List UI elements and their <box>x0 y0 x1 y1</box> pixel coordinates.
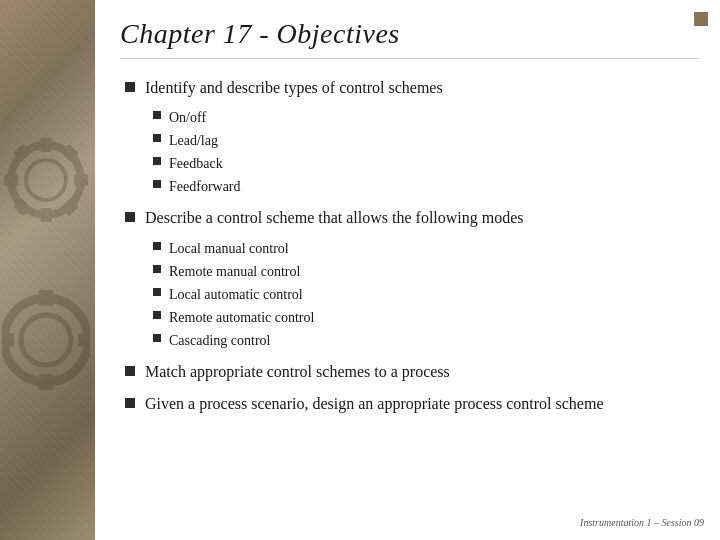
svg-rect-5 <box>74 174 88 186</box>
sub-bullet-2-5: Cascading control <box>153 330 695 351</box>
background-panel <box>0 0 95 540</box>
sub-bullet-2-4-text: Remote automatic control <box>169 307 314 328</box>
sub-bullets-1: On/off Lead/lag Feedback Feedforward <box>153 107 695 197</box>
sub-bullet-2-1: Local manual control <box>153 238 695 259</box>
bullet-square-icon <box>125 366 135 376</box>
sub-bullet-1-4: Feedforward <box>153 176 695 197</box>
sub-bullet-square-icon <box>153 180 161 188</box>
sub-bullet-square-icon <box>153 111 161 119</box>
main-bullet-2-text: Describe a control scheme that allows th… <box>145 207 524 229</box>
sub-bullet-1-3-text: Feedback <box>169 153 223 174</box>
svg-point-10 <box>4 298 88 382</box>
main-bullet-4-text: Given a process scenario, design an appr… <box>145 393 604 415</box>
page-title: Chapter 17 - Objectives <box>120 18 700 59</box>
sub-bullet-2-3: Local automatic control <box>153 284 695 305</box>
svg-point-1 <box>26 160 66 200</box>
sub-bullet-square-icon <box>153 134 161 142</box>
sub-bullet-1-3: Feedback <box>153 153 695 174</box>
main-bullet-3: Match appropriate control schemes to a p… <box>125 361 695 383</box>
svg-rect-13 <box>39 374 53 390</box>
bullet-section-2: Describe a control scheme that allows th… <box>125 207 695 350</box>
sub-bullet-1-2-text: Lead/lag <box>169 130 218 151</box>
main-content: Chapter 17 - Objectives Identify and des… <box>100 0 720 540</box>
footer: Instrumentation 1 – Session 09 <box>580 517 704 528</box>
svg-rect-14 <box>2 333 14 347</box>
main-bullet-3-text: Match appropriate control schemes to a p… <box>145 361 450 383</box>
svg-point-11 <box>21 315 71 365</box>
svg-rect-3 <box>40 208 52 222</box>
svg-rect-2 <box>40 138 52 152</box>
svg-rect-4 <box>4 174 18 186</box>
main-bullet-1-text: Identify and describe types of control s… <box>145 77 443 99</box>
sub-bullet-square-icon <box>153 288 161 296</box>
gear-decoration <box>2 80 90 460</box>
sub-bullet-2-1-text: Local manual control <box>169 238 289 259</box>
sub-bullet-1-2: Lead/lag <box>153 130 695 151</box>
sub-bullet-1-1: On/off <box>153 107 695 128</box>
main-bullet-1: Identify and describe types of control s… <box>125 77 695 99</box>
bullet-square-icon <box>125 82 135 92</box>
sub-bullet-2-5-text: Cascading control <box>169 330 270 351</box>
bullet-square-icon <box>125 212 135 222</box>
svg-rect-12 <box>39 290 53 306</box>
sub-bullet-2-2-text: Remote manual control <box>169 261 300 282</box>
sub-bullet-square-icon <box>153 311 161 319</box>
sub-bullet-1-4-text: Feedforward <box>169 176 241 197</box>
sub-bullets-2: Local manual control Remote manual contr… <box>153 238 695 351</box>
sub-bullet-1-1-text: On/off <box>169 107 206 128</box>
main-bullet-2: Describe a control scheme that allows th… <box>125 207 695 229</box>
bullet-section-1: Identify and describe types of control s… <box>125 77 695 197</box>
sub-bullet-2-3-text: Local automatic control <box>169 284 303 305</box>
sub-bullet-2-4: Remote automatic control <box>153 307 695 328</box>
svg-rect-15 <box>78 333 90 347</box>
bullet-section-4: Given a process scenario, design an appr… <box>125 393 695 415</box>
sub-bullet-square-icon <box>153 157 161 165</box>
sub-bullet-square-icon <box>153 242 161 250</box>
sub-bullet-square-icon <box>153 334 161 342</box>
bullet-section-3: Match appropriate control schemes to a p… <box>125 361 695 383</box>
content-area: Identify and describe types of control s… <box>120 77 700 416</box>
bullet-square-icon <box>125 398 135 408</box>
sub-bullet-square-icon <box>153 265 161 273</box>
sub-bullet-2-2: Remote manual control <box>153 261 695 282</box>
main-bullet-4: Given a process scenario, design an appr… <box>125 393 695 415</box>
